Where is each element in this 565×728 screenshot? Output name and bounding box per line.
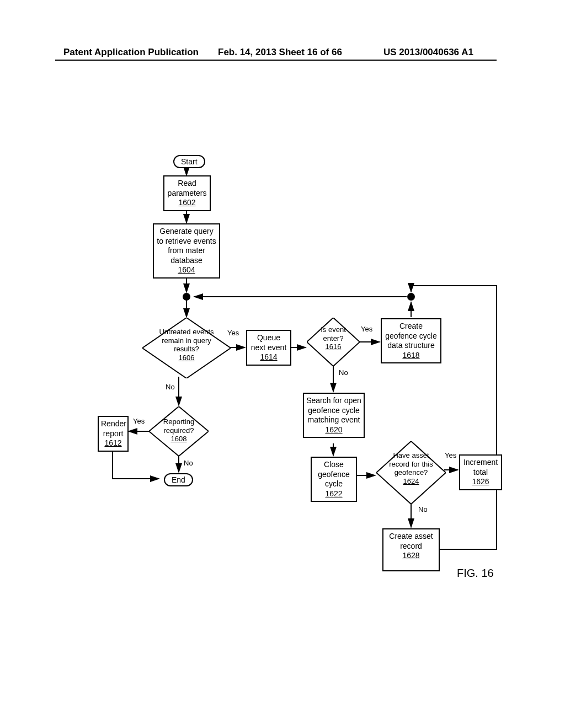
decision-1616-text: Is event enter? (315, 325, 352, 342)
decision-have-asset-record: Have asset record for this geofence? 162… (376, 441, 377, 442)
process-1602-ref: 1602 (167, 198, 207, 208)
process-1612-text: Render report (101, 419, 125, 438)
terminator-start: Start (173, 155, 205, 168)
decision-1624-text: Have asset record for this geofence? (386, 451, 436, 477)
process-1614-text: Queue next event (249, 333, 288, 352)
process-1602-text: Read parameters (167, 179, 207, 198)
process-1604-ref: 1604 (156, 265, 217, 275)
terminator-end: End (164, 473, 193, 486)
decision-is-event-enter: Is event enter? 1616 (307, 318, 307, 318)
process-queue-next-event: Queue next event 1614 (246, 330, 291, 366)
process-1604-text: Generate query to retrieve events from m… (156, 227, 217, 265)
process-1618-ref: 1618 (384, 351, 438, 361)
label-1616-no: No (339, 368, 348, 377)
process-render-report: Render report 1612 (98, 416, 129, 452)
decision-1624-ref: 1624 (386, 477, 436, 486)
process-1628-text: Create asset record (386, 532, 436, 551)
process-1622-ref: 1622 (314, 489, 354, 499)
process-1620-ref: 1620 (306, 425, 361, 435)
junction-main-loop (183, 293, 190, 301)
label-1624-no: No (418, 505, 428, 513)
junction-right-loop (407, 293, 415, 301)
process-generate-query: Generate query to retrieve events from m… (153, 223, 220, 279)
decision-1606-text: Untreated events remain in query results… (153, 328, 220, 354)
process-1628-ref: 1628 (386, 551, 436, 561)
label-1624-yes: Yes (445, 451, 456, 459)
decision-1608-ref: 1608 (159, 435, 199, 443)
process-close-geofence-cycle: Close geofence cycle 1622 (311, 457, 357, 502)
decision-1616-ref: 1616 (315, 342, 352, 351)
decision-1606-ref: 1606 (153, 354, 220, 362)
process-create-geofence-cycle: Create geofence cycle data structure 161… (381, 318, 441, 363)
label-1606-yes: Yes (227, 329, 239, 337)
process-1626-text: Increment total (462, 458, 499, 477)
process-1618-text: Create geofence cycle data structure (384, 322, 438, 351)
label-1608-yes: Yes (133, 417, 145, 425)
process-1626-ref: 1626 (462, 477, 499, 487)
decision-untreated-events: Untreated events remain in query results… (142, 318, 143, 318)
decision-reporting-required: Reporting required? 1608 (149, 406, 150, 407)
decision-1608-text: Reporting required? (159, 417, 199, 435)
label-1608-no: No (184, 459, 193, 467)
process-create-asset-record: Create asset record 1628 (382, 528, 440, 571)
process-1620-text: Search for open geofence cycle matching … (306, 396, 361, 425)
process-1614-ref: 1614 (249, 352, 288, 362)
process-search-open-cycle: Search for open geofence cycle matching … (303, 393, 365, 438)
process-increment-total: Increment total 1626 (459, 454, 502, 490)
label-1616-yes: Yes (361, 325, 372, 333)
process-1622-text: Close geofence cycle (314, 460, 354, 489)
figure-label: FIG. 16 (457, 567, 494, 580)
label-1606-no: No (166, 383, 175, 391)
process-read-parameters: Read parameters 1602 (163, 175, 211, 211)
process-1612-ref: 1612 (101, 438, 125, 448)
